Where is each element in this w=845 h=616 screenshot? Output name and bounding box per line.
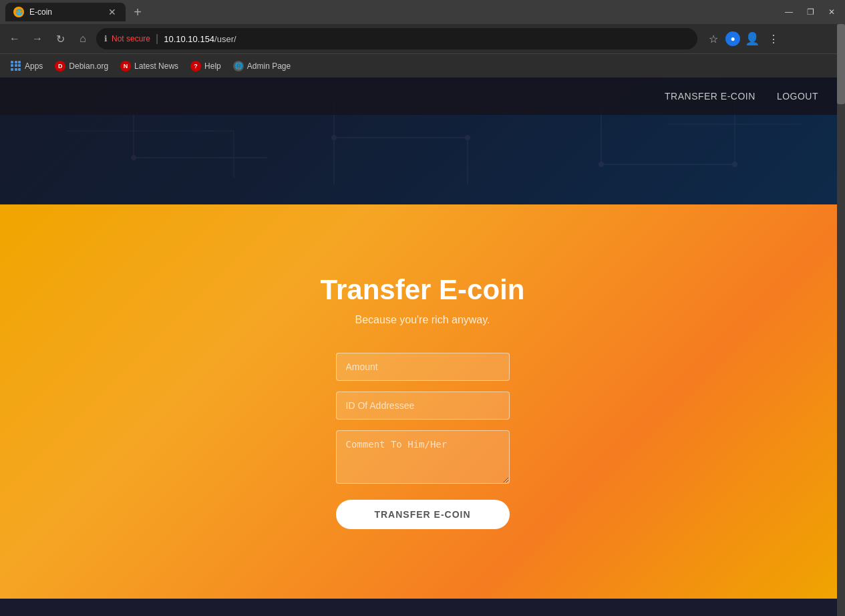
bookmark-debian-label: Debian.org xyxy=(69,61,108,71)
browser-window: 🌐 E-coin ✕ + — ❐ ✕ ← → ↻ ⌂ ℹ Not secure … xyxy=(0,0,845,616)
bookmarks-bar: Apps D Debian.org N Latest News ? Help 🌐… xyxy=(0,53,845,78)
window-controls: — ❐ ✕ xyxy=(781,4,840,20)
svg-point-21 xyxy=(732,162,737,167)
nav-logout[interactable]: LOGOUT xyxy=(777,91,818,102)
tab-close-button[interactable]: ✕ xyxy=(107,7,118,17)
browser-actions: ☆ ● 👤 ⋮ xyxy=(704,29,783,48)
svg-point-18 xyxy=(465,135,470,140)
bookmark-latest-news-label: Latest News xyxy=(134,61,178,71)
browser-tab[interactable]: 🌐 E-coin ✕ xyxy=(5,3,126,21)
address-bar: ← → ↻ ⌂ ℹ Not secure | 10.10.10.154/user… xyxy=(0,24,845,53)
chrome-icon: ● xyxy=(725,31,740,46)
menu-button[interactable]: ⋮ xyxy=(764,29,783,48)
help-favicon: ? xyxy=(190,61,201,71)
hero-area: TRANSFER E-COIN LOGOUT xyxy=(0,78,845,204)
apps-grid-icon xyxy=(11,61,21,71)
transfer-form: TRANSFER E-COIN xyxy=(336,353,510,529)
url-bar[interactable]: ℹ Not secure | 10.10.10.154/user/ xyxy=(96,28,697,49)
transfer-submit-button[interactable]: TRANSFER E-COIN xyxy=(336,500,510,529)
nav-links: TRANSFER E-COIN LOGOUT xyxy=(665,91,818,102)
home-button[interactable]: ⌂ xyxy=(73,29,92,48)
not-secure-indicator: Not secure xyxy=(112,34,150,43)
transfer-form-section: Transfer E-coin Because you're rich anyw… xyxy=(0,204,845,599)
form-subtitle: Because you're rich anyway. xyxy=(355,314,490,326)
new-tab-button[interactable]: + xyxy=(128,3,147,21)
bookmark-apps[interactable]: Apps xyxy=(5,58,48,74)
page-scrollbar[interactable] xyxy=(837,24,845,616)
debian-favicon: D xyxy=(55,61,65,71)
url-domain: 10.10.10.154/user/ xyxy=(164,34,236,44)
site-navbar: TRANSFER E-COIN LOGOUT xyxy=(0,78,845,115)
admin-page-favicon: 🌐 xyxy=(233,61,244,71)
comment-textarea[interactable] xyxy=(336,430,510,484)
bookmark-apps-label: Apps xyxy=(25,61,43,71)
bookmark-star-icon[interactable]: ☆ xyxy=(704,29,723,48)
tab-favicon: 🌐 xyxy=(13,7,24,17)
bookmark-help[interactable]: ? Help xyxy=(185,58,226,74)
bookmark-latest-news[interactable]: N Latest News xyxy=(115,58,184,74)
svg-point-20 xyxy=(599,162,604,167)
back-button[interactable]: ← xyxy=(5,29,24,48)
bookmark-admin-page-label: Admin Page xyxy=(247,61,291,71)
close-button[interactable]: ✕ xyxy=(824,4,840,20)
forward-button[interactable]: → xyxy=(28,29,47,48)
browser-titlebar: 🌐 E-coin ✕ + — ❐ ✕ xyxy=(0,0,845,24)
addressee-input[interactable] xyxy=(336,392,510,420)
form-title: Transfer E-coin xyxy=(321,274,525,306)
page-content: TRANSFER E-COIN LOGOUT Transfer E-coin B… xyxy=(0,78,845,616)
bookmark-help-label: Help xyxy=(204,61,221,71)
scrollbar-thumb[interactable] xyxy=(837,24,845,104)
refresh-button[interactable]: ↻ xyxy=(51,29,69,48)
nav-transfer-ecoin[interactable]: TRANSFER E-COIN xyxy=(665,91,755,102)
svg-point-16 xyxy=(131,155,136,160)
tab-title: E-coin xyxy=(29,7,102,17)
amount-input[interactable] xyxy=(336,353,510,381)
svg-point-17 xyxy=(331,135,337,140)
footer-area xyxy=(0,599,845,616)
profile-button[interactable]: 👤 xyxy=(743,29,762,48)
restore-button[interactable]: ❐ xyxy=(802,4,818,20)
bookmark-debian[interactable]: D Debian.org xyxy=(49,58,114,74)
bookmark-admin-page[interactable]: 🌐 Admin Page xyxy=(228,58,296,74)
latest-news-favicon: N xyxy=(120,61,131,71)
minimize-button[interactable]: — xyxy=(781,4,797,20)
